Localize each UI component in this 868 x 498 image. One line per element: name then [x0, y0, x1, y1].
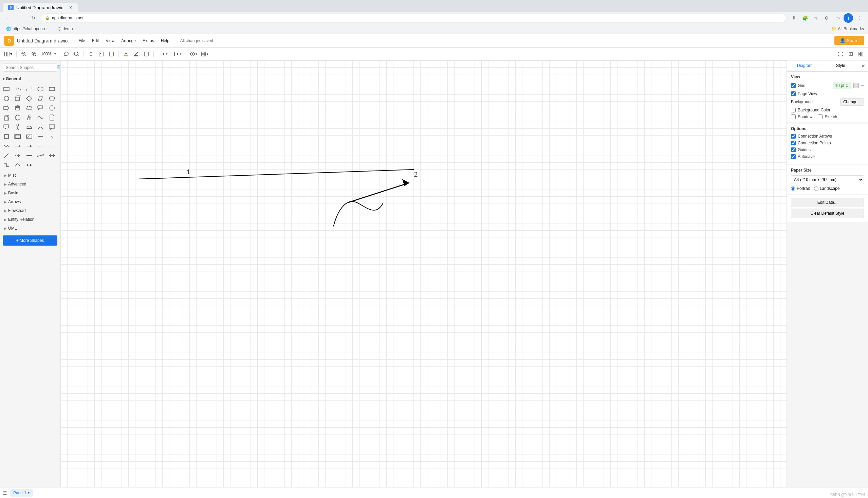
- panel-close-btn[interactable]: ✕: [858, 61, 868, 71]
- canvas[interactable]: 1 2: [60, 61, 787, 487]
- shape-diagonal-line[interactable]: [2, 151, 11, 160]
- grid-checkbox[interactable]: [791, 83, 796, 88]
- zoom-in-btn[interactable]: [29, 50, 38, 58]
- shape-text-label[interactable]: A: [48, 132, 56, 141]
- portrait-radio[interactable]: [791, 186, 795, 191]
- shape-arrow-right[interactable]: [2, 104, 11, 113]
- shape-parallelogram[interactable]: [36, 94, 45, 103]
- extension-btn[interactable]: 🧩: [800, 13, 810, 23]
- clear-style-btn[interactable]: Clear Default Style: [791, 209, 864, 218]
- redo-btn[interactable]: [72, 50, 81, 58]
- format-panel-btn[interactable]: [856, 50, 865, 58]
- delete-btn[interactable]: [86, 50, 95, 58]
- category-advanced[interactable]: ▶ Advanced: [0, 180, 60, 188]
- shape-callout2[interactable]: [48, 123, 56, 131]
- zoom-dropdown-icon[interactable]: ▾: [54, 52, 56, 56]
- edit-icon[interactable]: ✏: [861, 83, 864, 88]
- reload-btn[interactable]: ↻: [28, 13, 38, 23]
- shape-dotted-line[interactable]: [48, 142, 56, 150]
- category-arrows[interactable]: ▶ Arrows: [0, 197, 60, 206]
- tab-close[interactable]: ✕: [69, 5, 72, 10]
- shape-arc[interactable]: [36, 123, 45, 131]
- shape-style-btn[interactable]: [142, 50, 151, 58]
- sketch-checkbox[interactable]: [818, 115, 823, 119]
- menu-arrange[interactable]: Arrange: [119, 37, 138, 44]
- all-bookmarks[interactable]: 📁 All Bookmarks: [831, 26, 864, 31]
- forward-btn[interactable]: →: [16, 13, 26, 23]
- menu-view[interactable]: View: [103, 37, 117, 44]
- menu-edit[interactable]: Edit: [89, 37, 102, 44]
- category-entity-relation[interactable]: ▶ Entity Relation: [0, 215, 60, 224]
- tab-style[interactable]: Style: [823, 61, 859, 71]
- shape-double-arrow[interactable]: [25, 161, 33, 170]
- paper-select[interactable]: A4 (210 mm x 297 mm) Letter (8.5 x 11 in…: [791, 175, 864, 184]
- shape-square-small[interactable]: [2, 132, 11, 141]
- line-color-btn[interactable]: [132, 50, 140, 58]
- change-btn[interactable]: Change...: [840, 98, 864, 106]
- shape-circle[interactable]: [2, 94, 11, 103]
- menu-btn[interactable]: ⋮: [854, 13, 864, 23]
- autosave-checkbox[interactable]: [791, 154, 796, 159]
- sidebar-toggle-btn[interactable]: ▾: [3, 50, 14, 58]
- bookmark-btn[interactable]: ☆: [811, 13, 820, 23]
- shape-callout[interactable]: [36, 104, 45, 113]
- shape-rect[interactable]: [2, 84, 11, 93]
- shape-rounded-rect[interactable]: [48, 84, 56, 93]
- shape-pentagon[interactable]: [48, 94, 56, 103]
- category-uml[interactable]: ▶ UML: [0, 224, 60, 233]
- active-tab[interactable]: D Untitled Diagram.drawio ✕: [3, 3, 78, 12]
- back-btn[interactable]: ←: [4, 13, 14, 23]
- shape-half-circle[interactable]: [25, 123, 33, 131]
- shape-speech-bubble[interactable]: [2, 123, 11, 131]
- page-view-checkbox[interactable]: [791, 91, 796, 96]
- zoom-out-btn[interactable]: [19, 50, 28, 58]
- bookmark-demo[interactable]: ⬡ demo: [56, 26, 75, 32]
- category-misc[interactable]: ▶ Misc: [0, 171, 60, 180]
- shape-arrow-both[interactable]: [48, 151, 56, 160]
- guides-checkbox[interactable]: [791, 147, 796, 152]
- screenshot-btn[interactable]: ⬇: [789, 13, 799, 23]
- page-tab[interactable]: Page-1 ▾: [10, 489, 33, 497]
- menu-extras[interactable]: Extras: [140, 37, 157, 44]
- search-icon[interactable]: 🔍: [57, 65, 60, 70]
- shape-cross[interactable]: [48, 104, 56, 113]
- shape-3d-rect[interactable]: [13, 94, 22, 103]
- shape-cylinder[interactable]: [13, 104, 22, 113]
- shape-text[interactable]: Text: [13, 84, 22, 93]
- menu-file[interactable]: File: [76, 37, 87, 44]
- landscape-option[interactable]: Landscape: [814, 186, 840, 191]
- format-btn[interactable]: [97, 50, 106, 58]
- grid-stepper[interactable]: ▲ ▼: [845, 83, 849, 88]
- shape-diamond[interactable]: [25, 94, 33, 103]
- address-bar[interactable]: 🔒 app.diagrams.net: [41, 14, 787, 23]
- add-page-btn[interactable]: +: [34, 489, 42, 497]
- fit-page-btn[interactable]: [846, 50, 855, 58]
- shape-diagonal-lines[interactable]: [25, 132, 33, 141]
- shape-dashed-line[interactable]: [36, 142, 45, 150]
- shape-line-ends1[interactable]: [36, 151, 45, 160]
- connection-arrows-checkbox[interactable]: [791, 134, 796, 139]
- category-basic[interactable]: ▶ Basic: [0, 188, 60, 197]
- shape-arrow1[interactable]: [13, 142, 22, 150]
- shape-squiggle[interactable]: [2, 142, 11, 150]
- waypoint-btn[interactable]: ▾: [171, 50, 183, 58]
- shape-wave[interactable]: [36, 113, 45, 122]
- landscape-radio[interactable]: [814, 186, 818, 191]
- shape-arrow2[interactable]: [25, 142, 33, 150]
- page-menu-btn[interactable]: ☰: [3, 490, 7, 496]
- fullscreen-btn[interactable]: [836, 50, 845, 58]
- general-header[interactable]: ▾ General: [0, 75, 60, 83]
- stepper-down[interactable]: ▼: [845, 86, 849, 88]
- puzzle-btn[interactable]: ⚙: [822, 13, 831, 23]
- sidebar-btn[interactable]: ▭: [833, 13, 842, 23]
- edit-data-btn[interactable]: Edit Data...: [791, 198, 864, 207]
- fill-color-btn[interactable]: [122, 50, 130, 58]
- shape-line[interactable]: [36, 132, 45, 141]
- portrait-option[interactable]: Portrait: [791, 186, 810, 191]
- shape-ellipse[interactable]: [36, 84, 45, 93]
- profile-btn[interactable]: T: [843, 13, 853, 23]
- shadow-checkbox[interactable]: [791, 115, 796, 119]
- shape-dotted-rect[interactable]: [25, 84, 33, 93]
- menu-help[interactable]: Help: [158, 37, 172, 44]
- color-square-icon[interactable]: [853, 83, 859, 88]
